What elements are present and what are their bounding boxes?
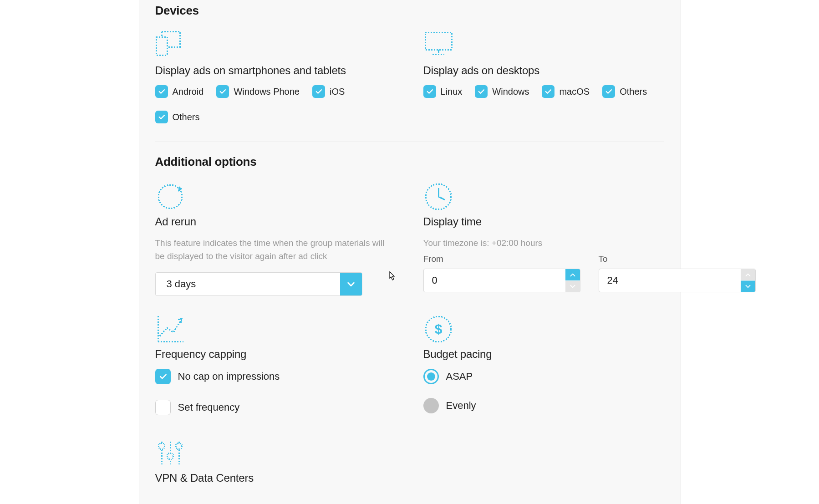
devices-title: Devices <box>155 4 664 18</box>
from-label: From <box>423 254 580 264</box>
ad-rerun-block: Ad rerun This feature indicates the time… <box>155 182 396 296</box>
radio-icon <box>423 369 439 384</box>
display-time-fields: From To <box>423 254 664 292</box>
checkbox-set-frequency[interactable]: Set frequency <box>155 400 396 415</box>
display-time-block: Display time Your timezone is: +02:00 ho… <box>423 182 664 296</box>
checkbox-label: Windows Phone <box>234 87 300 97</box>
radio-label: ASAP <box>446 371 473 382</box>
svg-point-17 <box>167 453 173 459</box>
display-time-to: To <box>599 254 756 292</box>
budget-pacing-block: $ Budget pacing ASAP Evenly <box>423 314 664 415</box>
checkbox-label: Others <box>620 87 647 97</box>
ad-rerun-heading: Ad rerun <box>155 215 396 228</box>
radio-asap[interactable]: ASAP <box>423 369 664 384</box>
display-time-from: From <box>423 254 580 292</box>
line-chart-icon <box>155 314 185 340</box>
checkbox-no-cap[interactable]: No cap on impressions <box>155 369 396 384</box>
checkbox-macos[interactable]: macOS <box>542 85 590 98</box>
checkbox-icon <box>542 85 554 98</box>
svg-rect-2 <box>425 32 452 50</box>
checkbox-label: No cap on impressions <box>178 371 280 382</box>
devices-desktop-block: Display ads on desktops Linux Windows ma… <box>423 31 664 123</box>
dollar-circle-icon: $ <box>423 314 453 340</box>
checkbox-mobile-others[interactable]: Others <box>155 111 200 123</box>
budget-pacing-options: ASAP Evenly <box>423 369 664 413</box>
devices-columns: Display ads on smartphones and tablets A… <box>155 31 664 123</box>
from-input[interactable] <box>424 269 565 292</box>
checkbox-android[interactable]: Android <box>155 85 204 98</box>
checkbox-icon <box>155 111 168 123</box>
desktop-monitor-icon <box>423 31 453 56</box>
checkbox-label: iOS <box>330 87 345 97</box>
ad-rerun-value: 3 days <box>156 273 340 295</box>
checkbox-ios[interactable]: iOS <box>312 85 345 98</box>
checkbox-icon <box>312 85 325 98</box>
radio-icon <box>423 398 439 413</box>
budget-pacing-heading: Budget pacing <box>423 348 664 361</box>
svg-point-18 <box>176 443 182 449</box>
svg-line-8 <box>438 197 445 200</box>
additional-row-1: Ad rerun This feature indicates the time… <box>155 182 664 296</box>
chevron-down-icon[interactable] <box>741 280 755 292</box>
frequency-capping-block: Frequency capping No cap on impressions … <box>155 314 396 415</box>
devices-mobile-heading: Display ads on smartphones and tablets <box>155 64 396 77</box>
checkbox-label: Linux <box>441 87 463 97</box>
to-input[interactable] <box>599 269 741 292</box>
checkbox-icon <box>423 85 436 98</box>
chevron-down-icon[interactable] <box>340 273 362 295</box>
vpn-block: VPN & Data Centers <box>155 438 664 484</box>
checkbox-label: Others <box>173 112 200 122</box>
checkbox-icon <box>475 85 488 98</box>
checkbox-label: Android <box>173 87 204 97</box>
checkbox-icon <box>155 369 171 384</box>
checkbox-label: macOS <box>559 87 590 97</box>
checkbox-icon <box>155 85 168 98</box>
devices-desktop-heading: Display ads on desktops <box>423 64 664 77</box>
refresh-icon <box>155 182 185 207</box>
frequency-capping-heading: Frequency capping <box>155 348 396 361</box>
devices-desktop-options: Linux Windows macOS Others <box>423 85 664 98</box>
from-spinner-buttons <box>565 269 580 292</box>
radio-label: Evenly <box>446 400 476 412</box>
display-time-helper: Your timezone is: +02:00 hours <box>423 236 660 249</box>
checkbox-icon <box>155 400 171 415</box>
devices-mobile-options: Android Windows Phone iOS Others <box>155 85 396 123</box>
checkbox-icon <box>602 85 615 98</box>
checkbox-label: Windows <box>492 87 529 97</box>
svg-point-16 <box>158 443 165 449</box>
additional-row-2: Frequency capping No cap on impressions … <box>155 314 664 415</box>
checkbox-linux[interactable]: Linux <box>423 85 463 98</box>
radio-evenly[interactable]: Evenly <box>423 398 664 413</box>
from-spinner[interactable] <box>423 269 580 292</box>
svg-rect-1 <box>156 37 167 55</box>
to-spinner-buttons <box>741 269 755 292</box>
checkbox-desktop-others[interactable]: Others <box>602 85 647 98</box>
settings-panel: Devices Display ads on smartphones and t… <box>139 0 681 504</box>
additional-title: Additional options <box>155 155 664 169</box>
checkbox-label: Set frequency <box>178 402 240 413</box>
vpn-heading: VPN & Data Centers <box>155 472 664 484</box>
chevron-up-icon[interactable] <box>565 269 580 280</box>
ad-rerun-select[interactable]: 3 days <box>155 272 362 296</box>
checkbox-icon <box>216 85 229 98</box>
checkbox-windows-phone[interactable]: Windows Phone <box>216 85 300 98</box>
devices-mobile-block: Display ads on smartphones and tablets A… <box>155 31 396 123</box>
sliders-icon <box>155 438 185 463</box>
to-label: To <box>599 254 756 264</box>
chevron-down-icon[interactable] <box>565 280 580 292</box>
ad-rerun-helper: This feature indicates the time when the… <box>155 236 392 263</box>
to-spinner[interactable] <box>599 269 756 292</box>
svg-text:$: $ <box>434 321 442 336</box>
checkbox-windows[interactable]: Windows <box>475 85 529 98</box>
frequency-options: No cap on impressions Set frequency <box>155 369 396 415</box>
display-time-heading: Display time <box>423 215 664 228</box>
divider <box>155 142 664 142</box>
mobile-devices-icon <box>155 31 185 56</box>
chevron-up-icon[interactable] <box>741 269 755 280</box>
clock-icon <box>423 182 453 207</box>
